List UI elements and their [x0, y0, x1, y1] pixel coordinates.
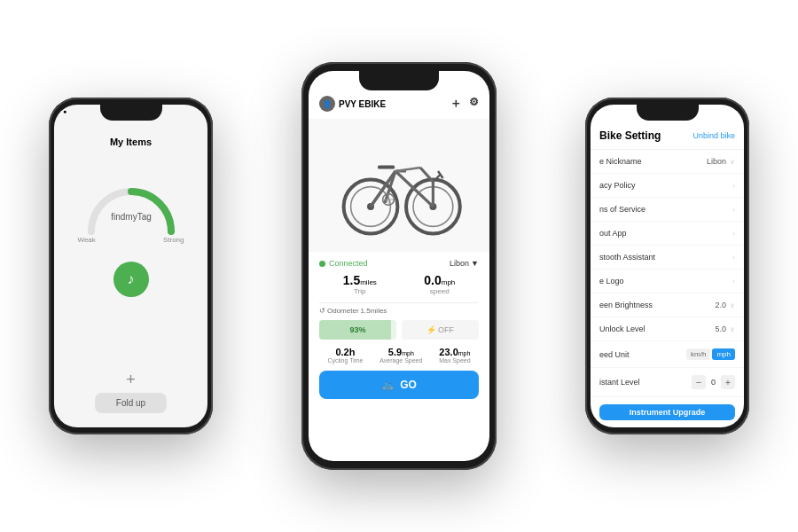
setting-bluetooth[interactable]: stooth Assistant ›	[591, 246, 744, 270]
setting-logo[interactable]: e Logo ›	[591, 270, 744, 293]
speed-label: speed	[424, 287, 455, 295]
chevron-icon7: ∨	[730, 301, 735, 309]
center-header-right: ＋ ⚙	[450, 96, 479, 112]
unlock-value: 5.0 ∨	[715, 325, 735, 333]
connected-badge: Connected	[319, 259, 368, 268]
setting-terms[interactable]: ns of Service ›	[591, 198, 744, 222]
svg-text:findmyTag: findmyTag	[111, 212, 152, 222]
chevron-icon6: ›	[732, 278, 735, 286]
nickname-value: Libon ∨	[707, 157, 735, 166]
cycling-time-stat: 0.2h Cycling Time	[327, 347, 363, 364]
setting-brightness[interactable]: een Brightness 2.0 ∨	[591, 293, 744, 317]
level-control: − 0 +	[692, 375, 735, 389]
center-phone: 👤 PVY EBIKE ＋ ⚙	[301, 62, 497, 470]
left-notch	[100, 105, 162, 121]
avg-speed-stat: 5.9mph Average Speed	[379, 347, 422, 364]
odometer-row: ↺ Odometer 1.5miles	[319, 307, 479, 315]
location-selector[interactable]: Libon ▼	[450, 259, 479, 268]
setting-speed-unit[interactable]: eed Unit km/h mph	[591, 341, 744, 368]
connected-text: Connected	[329, 259, 368, 268]
assist-icon: ⚡	[426, 325, 436, 334]
assist-bar: ⚡ OFF	[402, 320, 479, 340]
trip-stat: 1.5miles Trip	[343, 273, 377, 295]
max-speed-label: Max Speed	[439, 357, 470, 364]
bike-image-area	[309, 119, 489, 252]
chevron-icon8: ∨	[730, 325, 735, 333]
right-phone: Bike Setting Unbind bike e Nickname Libo…	[585, 98, 749, 434]
cycling-time-value: 0.2h	[327, 347, 363, 357]
svg-line-12	[395, 168, 420, 171]
avg-speed-label: Average Speed	[379, 357, 422, 364]
bluetooth-label: stooth Assistant	[599, 253, 655, 262]
gauge-container: findmyTag	[78, 165, 184, 227]
logo-label: e Logo	[599, 277, 624, 286]
svg-rect-15	[378, 166, 395, 169]
kmh-button[interactable]: km/h	[686, 348, 710, 360]
add-item-button[interactable]: +	[95, 371, 167, 389]
go-label: GO	[400, 379, 417, 391]
location-name: Libon	[450, 259, 469, 268]
gauge-sublabels: Weak Strong	[78, 236, 184, 244]
gauge-svg: findmyTag	[78, 165, 184, 236]
chevron-icon: ∨	[730, 158, 735, 166]
speed-stats-row: 0.2h Cycling Time 5.9mph Average Speed 2…	[319, 347, 479, 364]
find-button[interactable]: ♪	[113, 262, 149, 297]
speed-stat: 0.0mph speed	[424, 273, 455, 295]
cycling-time-label: Cycling Time	[327, 357, 363, 364]
max-speed-value: 23.0mph	[439, 347, 470, 357]
connected-row: Connected Libon ▼	[319, 259, 479, 268]
level-decrease-button[interactable]: −	[692, 375, 706, 389]
instrument-upgrade-button[interactable]: Instrument Upgrade	[599, 404, 735, 420]
brightness-value: 2.0 ∨	[715, 301, 735, 309]
battery-row: 93% ⚡ OFF	[319, 320, 479, 340]
trip-value: 1.5miles	[343, 273, 377, 287]
music-icon: ♪	[128, 271, 135, 287]
trip-label: Trip	[343, 287, 377, 295]
speed-unit-label: eed Unit	[599, 350, 630, 359]
center-screen: 👤 PVY EBIKE ＋ ⚙	[309, 71, 489, 461]
bike-illustration	[328, 128, 470, 243]
setting-unlock[interactable]: Unlock Level 5.0 ∨	[591, 317, 744, 341]
scene: ● My Items findmyTag Weak S	[0, 0, 798, 532]
brightness-label: een Brightness	[599, 301, 653, 309]
battery-percent: 93%	[349, 325, 365, 334]
mph-button[interactable]: mph	[712, 348, 735, 360]
level-increase-button[interactable]: +	[721, 375, 735, 389]
odometer-label: Odometer	[327, 307, 359, 315]
level-value: 0	[711, 378, 716, 387]
setting-nickname[interactable]: e Nickname Libon ∨	[591, 150, 744, 174]
center-app-title: PVY EBIKE	[339, 99, 386, 109]
connected-dot	[319, 261, 325, 267]
center-header-left: 👤 PVY EBIKE	[319, 96, 386, 112]
chevron-icon2: ›	[732, 182, 735, 190]
left-screen: ● My Items findmyTag Weak S	[54, 105, 207, 427]
speed-value: 0.0mph	[424, 273, 455, 287]
odometer-icon: ↺	[319, 307, 325, 315]
about-label: out App	[599, 229, 627, 238]
right-notch	[637, 105, 699, 121]
dropdown-arrow: ▼	[471, 259, 479, 268]
chevron-icon3: ›	[732, 206, 735, 214]
center-info: Connected Libon ▼ 1.5miles	[309, 252, 489, 461]
left-footer: + Fold up	[95, 371, 167, 413]
unbind-button[interactable]: Unbind bike	[692, 131, 735, 140]
max-speed-stat: 23.0mph Max Speed	[439, 347, 470, 364]
chevron-icon5: ›	[732, 254, 735, 262]
divider1	[319, 302, 479, 303]
bike-icon: 🚲	[381, 379, 395, 391]
nickname-label: e Nickname	[599, 157, 642, 166]
setting-assist[interactable]: istant Level − 0 +	[591, 368, 744, 397]
setting-privacy[interactable]: acy Policy ›	[591, 174, 744, 198]
right-header: Bike Setting Unbind bike	[591, 126, 744, 150]
setting-about[interactable]: out App ›	[591, 222, 744, 246]
add-icon[interactable]: ＋	[450, 96, 462, 112]
avatar: 👤	[319, 96, 335, 112]
left-header-title: My Items	[110, 137, 152, 147]
avg-speed-value: 5.9mph	[379, 347, 422, 357]
chevron-icon4: ›	[732, 230, 735, 238]
go-button[interactable]: 🚲 GO	[319, 371, 479, 399]
fold-up-button[interactable]: Fold up	[95, 393, 167, 413]
unlock-label: Unlock Level	[599, 325, 645, 333]
assist-label: OFF	[438, 325, 454, 334]
settings-icon[interactable]: ⚙	[469, 96, 479, 112]
